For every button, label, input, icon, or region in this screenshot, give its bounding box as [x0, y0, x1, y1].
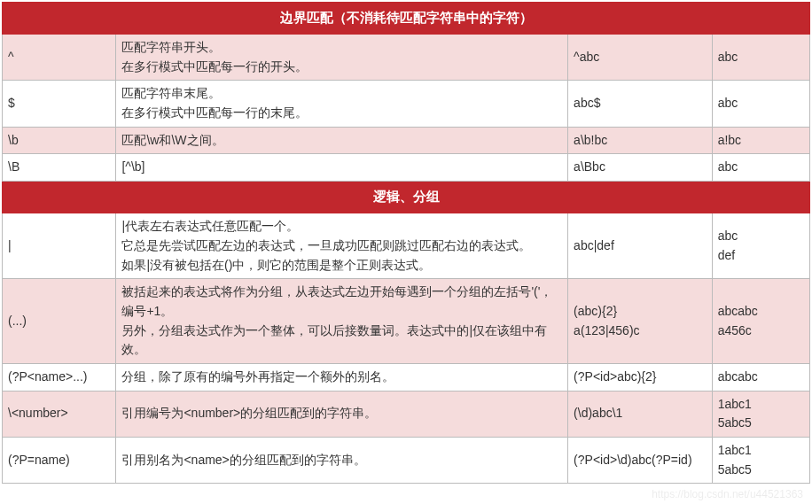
result-cell: a!bc: [712, 127, 809, 154]
result-cell: abcabca456c: [712, 279, 809, 364]
result-line: 1abc1: [718, 441, 804, 461]
symbol-cell: (?P<name>...): [3, 363, 116, 391]
description-line: 匹配\w和\W之间。: [121, 131, 562, 151]
table-row: \b匹配\w和\W之间。a\b!bca!bc: [3, 127, 810, 154]
example-cell: (?P<id>\d)abc(?P=id): [568, 438, 713, 484]
result-cell: abc: [712, 81, 809, 127]
table-row: (?P=name)引用别名为<name>的分组匹配到的字符串。(?P<id>\d…: [3, 438, 810, 484]
table-row: (?P<name>...)分组，除了原有的编号外再指定一个额外的别名。(?P<i…: [3, 363, 810, 391]
symbol-cell: ^: [3, 35, 116, 81]
result-line: abc: [718, 227, 804, 246]
description-cell: 被括起来的表达式将作为分组，从表达式左边开始每遇到一个分组的左括号'('，编号+…: [116, 279, 568, 364]
result-line: 5abc5: [718, 414, 804, 433]
symbol-cell: |: [3, 213, 116, 279]
table-row: \<number>引用编号为<number>的分组匹配到的字符串。(\d)abc…: [3, 391, 810, 437]
result-line: abc: [718, 94, 804, 113]
result-cell: abcdef: [712, 213, 809, 279]
description-line: 如果|没有被包括在()中，则它的范围是整个正则表达式。: [121, 256, 562, 275]
result-line: 1abc1: [718, 395, 804, 415]
result-line: abcabc: [718, 302, 804, 322]
example-cell: abc|def: [568, 213, 713, 279]
result-line: 5abc5: [718, 461, 804, 480]
result-line: a!bc: [718, 131, 804, 151]
result-line: abc: [718, 48, 804, 67]
example-cell: abc$: [568, 81, 713, 127]
description-cell: |代表左右表达式任意匹配一个。它总是先尝试匹配左边的表达式，一旦成功匹配则跳过匹…: [116, 213, 568, 279]
section-header: 边界匹配（不消耗待匹配字符串中的字符）: [3, 3, 810, 35]
description-line: 引用编号为<number>的分组匹配到的字符串。: [121, 404, 562, 423]
symbol-cell: (?P=name): [3, 438, 116, 484]
example-cell: ^abc: [568, 35, 713, 81]
description-line: |代表左右表达式任意匹配一个。: [121, 217, 562, 236]
description-line: 分组，除了原有的编号外再指定一个额外的别名。: [121, 368, 562, 387]
result-cell: abcabc: [712, 363, 809, 391]
table-row: ||代表左右表达式任意匹配一个。它总是先尝试匹配左边的表达式，一旦成功匹配则跳过…: [3, 213, 810, 279]
table-row: $匹配字符串末尾。在多行模式中匹配每一行的末尾。abc$abc: [3, 81, 810, 127]
description-cell: 分组，除了原有的编号外再指定一个额外的别名。: [116, 363, 568, 391]
result-cell: abc: [712, 154, 809, 182]
table-row: \B[^\b]a\Bbcabc: [3, 154, 810, 182]
symbol-cell: $: [3, 81, 116, 127]
result-line: def: [718, 246, 804, 266]
symbol-cell: \<number>: [3, 391, 116, 437]
description-line: 被括起来的表达式将作为分组，从表达式左边开始每遇到一个分组的左括号'('，编号+…: [121, 283, 562, 321]
symbol-cell: (...): [3, 279, 116, 364]
description-line: 引用别名为<name>的分组匹配到的字符串。: [121, 451, 562, 470]
example-cell: (?P<id>abc){2}: [568, 363, 713, 391]
example-cell: (\d)abc\1: [568, 391, 713, 437]
description-cell: 引用编号为<number>的分组匹配到的字符串。: [116, 391, 568, 437]
example-cell: a\Bbc: [568, 154, 713, 182]
description-line: 在多行模式中匹配每一行的开头。: [121, 58, 562, 77]
result-cell: 1abc15abc5: [712, 391, 809, 437]
description-line: 匹配字符串末尾。: [121, 84, 562, 104]
symbol-cell: \b: [3, 127, 116, 154]
description-cell: 匹配字符串末尾。在多行模式中匹配每一行的末尾。: [116, 81, 568, 127]
example-cell: (abc){2} a(123|456)c: [568, 279, 713, 364]
description-cell: 匹配\w和\W之间。: [116, 127, 568, 154]
section-header: 逻辑、分组: [3, 182, 810, 213]
regex-reference-table: 边界匹配（不消耗待匹配字符串中的字符）^匹配字符串开头。在多行模式中匹配每一行的…: [2, 2, 810, 484]
result-line: abc: [718, 158, 804, 177]
table-row: ^匹配字符串开头。在多行模式中匹配每一行的开头。^abcabc: [3, 35, 810, 81]
result-cell: 1abc15abc5: [712, 438, 809, 484]
description-cell: [^\b]: [116, 154, 568, 182]
example-cell: a\b!bc: [568, 127, 713, 154]
result-cell: abc: [712, 35, 809, 81]
description-line: 另外，分组表达式作为一个整体，可以后接数量词。表达式中的|仅在该组中有效。: [121, 322, 562, 360]
description-line: [^\b]: [121, 158, 562, 177]
description-cell: 匹配字符串开头。在多行模式中匹配每一行的开头。: [116, 35, 568, 81]
table-row: (...)被括起来的表达式将作为分组，从表达式左边开始每遇到一个分组的左括号'(…: [3, 279, 810, 364]
description-line: 它总是先尝试匹配左边的表达式，一旦成功匹配则跳过匹配右边的表达式。: [121, 236, 562, 256]
description-line: 匹配字符串开头。: [121, 38, 562, 58]
description-cell: 引用别名为<name>的分组匹配到的字符串。: [116, 438, 568, 484]
result-line: a456c: [718, 322, 804, 341]
description-line: 在多行模式中匹配每一行的末尾。: [121, 104, 562, 123]
symbol-cell: \B: [3, 154, 116, 182]
result-line: abcabc: [718, 368, 804, 387]
